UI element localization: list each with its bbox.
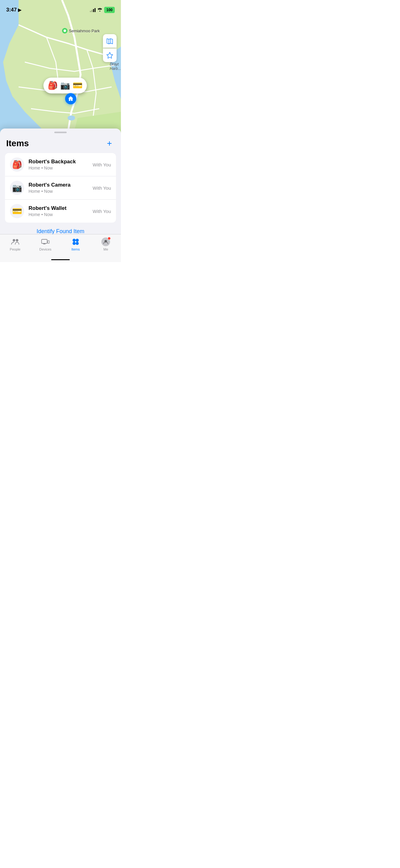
tab-devices[interactable]: Devices [34, 238, 56, 251]
status-bar: 3:47 ▶ 100 [0, 0, 121, 16]
drayt-harbor-label: Drayt Harb... [110, 62, 121, 71]
location-button[interactable] [103, 49, 116, 62]
tab-items[interactable]: Items [65, 238, 87, 251]
item-name-0: Robert's Backpack [29, 159, 93, 165]
svg-point-6 [16, 239, 18, 242]
svg-point-9 [72, 239, 76, 242]
time-display: 3:47 [6, 7, 17, 13]
items-tab-label: Items [71, 247, 80, 251]
item-location-1: Home • Now [29, 189, 93, 194]
home-marker-circle [65, 93, 76, 104]
me-tab-icon [101, 238, 110, 246]
status-time: 3:47 ▶ [6, 7, 22, 13]
me-avatar [101, 238, 110, 246]
battery-indicator: 100 [104, 7, 115, 13]
items-tab-icon [71, 238, 80, 246]
park-pin-icon [62, 28, 68, 34]
item-row[interactable]: 📷 Robert's Camera Home • Now With You [5, 176, 116, 199]
item-location-2: Home • Now [29, 212, 93, 217]
park-name-text: Semiahmoo Park [69, 29, 100, 33]
signal-icon [90, 8, 96, 12]
tab-me[interactable]: Me [95, 238, 116, 251]
map-item-cluster[interactable]: 🎒 📷 💳 [43, 78, 87, 93]
cluster-wallet-icon: 💳 [72, 81, 82, 90]
svg-rect-7 [41, 239, 47, 243]
add-item-button[interactable]: + [104, 138, 115, 149]
people-tab-icon [11, 238, 20, 246]
home-location-marker[interactable] [65, 93, 76, 104]
item-info-0: Robert's Backpack Home • Now [29, 159, 93, 170]
identify-found-item-link[interactable]: Identify Found Item [37, 228, 84, 235]
svg-point-11 [72, 242, 76, 245]
devices-tab-icon [41, 238, 49, 246]
wifi-icon [97, 7, 102, 12]
svg-point-12 [76, 242, 79, 245]
items-list: 🎒 Robert's Backpack Home • Now With You … [5, 153, 116, 223]
drayt-text: Drayt [110, 62, 121, 66]
sheet-header: Items + [0, 133, 121, 153]
svg-point-10 [76, 239, 79, 242]
battery-level: 100 [106, 8, 112, 12]
item-name-2: Robert's Wallet [29, 205, 93, 211]
item-info-2: Robert's Wallet Home • Now [29, 205, 93, 217]
me-tab-label: Me [104, 247, 108, 251]
location-arrow-icon: ▶ [18, 7, 22, 12]
item-icon-1: 📷 [10, 181, 24, 195]
item-info-1: Robert's Camera Home • Now [29, 182, 93, 194]
item-row[interactable]: 💳 Robert's Wallet Home • Now With You [5, 199, 116, 223]
svg-point-2 [68, 116, 75, 120]
tab-bar: People Devices Items [0, 234, 121, 262]
map-view-button[interactable] [103, 34, 116, 48]
home-indicator [51, 259, 70, 260]
item-status-1: With You [93, 185, 111, 191]
devices-tab-label: Devices [39, 247, 52, 251]
item-status-2: With You [93, 209, 111, 214]
svg-point-3 [64, 30, 66, 32]
item-status-0: With You [93, 162, 111, 167]
harbor-text: Harb... [110, 66, 121, 71]
cluster-camera-icon: 📷 [60, 81, 70, 90]
item-location-0: Home • Now [29, 165, 93, 170]
people-tab-label: People [10, 247, 21, 251]
item-icon-0: 🎒 [10, 157, 24, 172]
map-controls [103, 34, 116, 62]
status-right: 100 [90, 7, 115, 13]
park-label: Semiahmoo Park [62, 28, 100, 34]
item-name-1: Robert's Camera [29, 182, 93, 188]
svg-rect-8 [48, 241, 49, 243]
tab-people[interactable]: People [4, 238, 26, 251]
svg-point-5 [13, 239, 15, 242]
me-notification-badge [108, 237, 111, 240]
sheet-title: Items [6, 138, 29, 148]
cluster-backpack-icon: 🎒 [48, 81, 58, 90]
item-icon-2: 💳 [10, 204, 24, 218]
item-row[interactable]: 🎒 Robert's Backpack Home • Now With You [5, 153, 116, 176]
